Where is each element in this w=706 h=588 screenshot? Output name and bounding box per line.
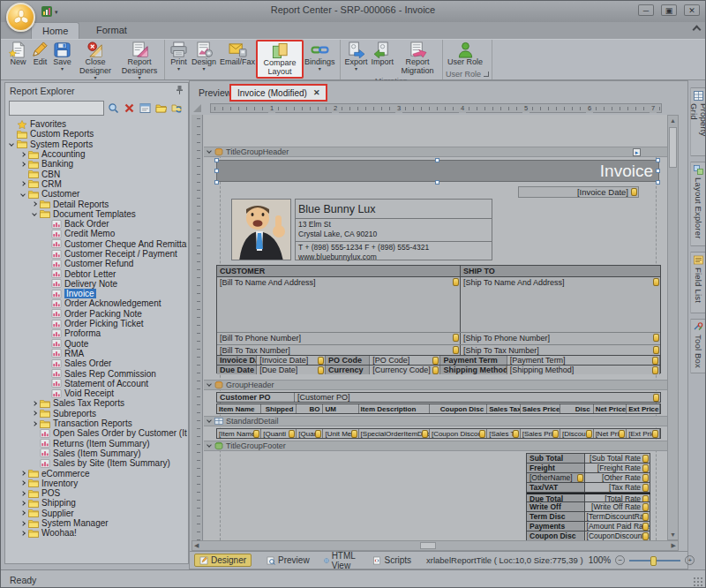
column-header-item-name[interactable]: Item Name [217, 404, 261, 413]
report-migration-button[interactable]: Report Migration [395, 41, 439, 76]
column-header-disc[interactable]: Disc [560, 404, 594, 413]
horizontal-scrollbar[interactable]: ◀ ▶ [192, 540, 679, 551]
column-header-shipped[interactable]: Shipped [261, 404, 297, 413]
tree-item-statement-of-account[interactable]: Statement of Account [6, 379, 187, 388]
totals-value-field[interactable]: [Sub Total Rate [585, 454, 650, 463]
dialog-launcher-icon[interactable] [484, 72, 489, 77]
detail-field-cell[interactable]: [Net Pric [594, 429, 627, 438]
expander-icon[interactable] [20, 531, 26, 536]
expander-icon[interactable] [20, 491, 26, 496]
tab-preview[interactable]: Preview [199, 87, 231, 98]
band-group-header[interactable]: GroupHeader [204, 380, 667, 390]
tab-field-list[interactable]: Field List [690, 252, 706, 313]
tree-item-banking[interactable]: Banking [6, 159, 187, 169]
tree-item-invoice[interactable]: Invoice [6, 289, 187, 298]
tree-item-order-acknowledgement[interactable]: Order Acknowledgement [6, 298, 187, 308]
tree-item-ecommerce[interactable]: eCommerce [6, 468, 187, 478]
tab-property-grid[interactable]: Property Grid [690, 87, 706, 156]
company-address[interactable]: 13 Elm St Crystal Lake, CA 90210 [295, 219, 492, 242]
totals-value-field[interactable]: [Write Off Rate [585, 502, 650, 511]
detail-field-cell[interactable]: [Unit Mea [323, 429, 358, 438]
tab-tool-box[interactable]: Tool Box [690, 319, 706, 373]
expander-icon[interactable] [20, 162, 26, 167]
tree-item-returns-item-summary[interactable]: Returns (Item Summary) [6, 439, 187, 449]
totals-value-field[interactable]: [Amount Paid Rate [585, 522, 650, 531]
tree-item-transaction-reports[interactable]: Transaction Reports [6, 418, 187, 428]
totals-row-payments[interactable]: Payments[Amount Paid Rate [527, 522, 650, 531]
export-button[interactable]: Export▾ [343, 41, 370, 76]
tree-item-system-manager[interactable]: System Manager [6, 518, 187, 528]
zoom-slider[interactable] [629, 560, 680, 562]
expander-icon[interactable] [20, 521, 26, 526]
company-name[interactable]: Blue Bunny Lux [295, 199, 492, 219]
design-button[interactable]: Design▾ [190, 41, 218, 78]
resize-grip[interactable] [693, 577, 703, 587]
expander-icon[interactable] [32, 421, 37, 426]
clear-search-icon[interactable] [122, 101, 136, 116]
ribbon-collapse-icon[interactable] [693, 26, 702, 34]
tree-item-woohaa[interactable]: Woohaa! [6, 528, 187, 538]
save-button[interactable]: Save▾ [51, 41, 73, 80]
totals-value-field[interactable]: [Total Rate [585, 494, 650, 501]
report-title-label[interactable]: Invoice [216, 160, 659, 182]
smart-tag-icon[interactable]: ▸ [633, 148, 641, 156]
view-designer-button[interactable]: Designer [194, 554, 252, 567]
scroll-right-icon[interactable]: ▶ [672, 541, 676, 550]
vertical-scrollbar[interactable]: ▲ ▼ [667, 115, 679, 540]
user-role-button[interactable]: User Role [446, 41, 484, 69]
bill-to-phone-field[interactable]: [Bill To Phone Number] [217, 333, 461, 344]
detail-field-cell[interactable]: [Sales Ta [487, 429, 521, 438]
customer-po-field[interactable]: [Customer PO] [295, 393, 660, 402]
tree-item-sales-rep-commission[interactable]: Sales Rep Commission [6, 368, 187, 378]
scroll-down-icon[interactable]: ▼ [668, 530, 678, 539]
app-orb-button[interactable] [6, 3, 35, 32]
refresh-folder-icon[interactable] [170, 101, 184, 116]
info-label-cell[interactable]: Shipping Method [440, 366, 507, 374]
tab-layout-explorer[interactable]: Layout Explorer [690, 162, 706, 246]
customer-header[interactable]: CUSTOMER [217, 266, 461, 276]
expander-icon[interactable] [20, 182, 26, 187]
info-value-cell[interactable]: [Shipping Method] [507, 366, 660, 374]
column-header-bo[interactable]: BO [297, 404, 323, 413]
tree-item-sales-item-summary[interactable]: Sales (Item Summary) [6, 449, 187, 458]
totals-value-field[interactable]: [CouponDiscountAm [585, 531, 650, 540]
column-header-sales-tax[interactable]: Sales Tax [487, 404, 521, 413]
company-contact[interactable]: T + (898) 555-1234 F + (898) 555-4321 ww… [295, 242, 492, 260]
totals-row-term-disc[interactable]: Term Disc[TermDiscountRat [527, 512, 650, 522]
info-label-cell[interactable]: Invoice Date [217, 356, 257, 365]
zoom-slider-thumb[interactable] [650, 556, 657, 566]
open-folder-icon[interactable] [154, 101, 169, 116]
tree-item-back-order[interactable]: Back Order [6, 219, 187, 229]
edit-button[interactable]: Edit [29, 41, 51, 80]
expander-icon[interactable] [32, 201, 37, 207]
tree-item-credit-memo[interactable]: Credit Memo [6, 229, 187, 238]
view-scripts-button[interactable]: Scripts [368, 554, 416, 566]
tree-item-document-templates[interactable]: Document Templates [6, 209, 187, 219]
restore-button[interactable]: ▣ [661, 4, 677, 16]
search-icon[interactable] [106, 101, 120, 116]
search-input[interactable] [9, 101, 104, 116]
band-title-group-header[interactable]: TitleGroupHeader ▸ [204, 147, 667, 157]
detail-field-cell[interactable]: [SpecialOrderItemDes [359, 429, 430, 438]
totals-row-sub-total[interactable]: Sub Total[Sub Total Rate [527, 454, 650, 464]
compare-layout-button[interactable]: Compare Layout [256, 40, 304, 79]
bindings-button[interactable]: Bindings▾ [303, 41, 337, 78]
info-label-cell[interactable]: Currency [326, 366, 370, 374]
tree-item-customer-refund[interactable]: Customer Refund [6, 259, 187, 268]
horizontal-scroll-thumb[interactable] [420, 542, 436, 549]
totals-value-field[interactable]: [Freight Rate [585, 464, 650, 472]
expander-icon[interactable] [32, 401, 37, 406]
totals-row-othername[interactable]: [OtherName][Other Rate [527, 473, 650, 483]
ship-to-name-field[interactable]: [Ship To Name And Address] [461, 277, 660, 332]
tree-item-proforma[interactable]: Proforma [6, 328, 187, 338]
band-collapse-icon[interactable] [207, 381, 212, 387]
invoice-date-field[interactable]: [Invoice Date] [518, 186, 639, 198]
tree-item-void-receipt[interactable]: Void Receipt [6, 388, 187, 398]
bill-to-name-field[interactable]: [Bill To Name And Address] [217, 277, 461, 332]
info-label-cell[interactable]: Payment Term [440, 356, 507, 365]
bill-to-tax-field[interactable]: [Bill To Tax Number] [217, 345, 461, 355]
close-designer-button[interactable]: Close Designer▾ [73, 41, 117, 80]
column-header-net-price[interactable]: Net Price [594, 404, 627, 413]
tree-item-sales-order[interactable]: Sales Order [6, 358, 187, 368]
tree-item-rma[interactable]: RMA [6, 349, 187, 358]
